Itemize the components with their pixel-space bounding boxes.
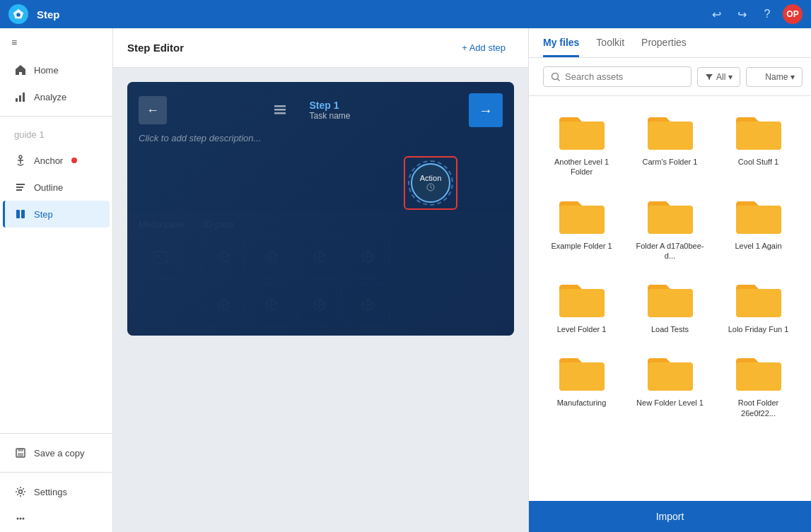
action-label: Action: [420, 174, 442, 182]
svg-rect-8: [16, 210, 20, 218]
app-logo: [8, 4, 28, 24]
sidebar-item-outline[interactable]: Outline: [3, 174, 110, 201]
step-info: Step 1 Task name: [309, 100, 350, 121]
anchor-icon: [14, 154, 27, 167]
file-grid: Another Level 1 Folder Carm's Folder 1 C…: [529, 96, 811, 501]
sidebar-item-settings-label: Settings: [34, 487, 67, 497]
folder-item[interactable]: Example Folder 1: [540, 189, 623, 267]
filter-icon: [705, 73, 713, 81]
folder-icon: [556, 194, 607, 237]
analyze-icon: [14, 90, 27, 103]
folder-item[interactable]: Root Folder 26e0f22...: [717, 345, 800, 424]
folder-icon: [645, 278, 696, 320]
folder-item[interactable]: New Folder Level 1: [629, 345, 711, 424]
sidebar-item-step[interactable]: Step: [3, 201, 110, 227]
folder-item[interactable]: Level Folder 1: [540, 272, 623, 340]
sort-button[interactable]: Name ▾: [746, 67, 803, 87]
sidebar-divider-2: [0, 433, 112, 434]
sidebar-item-anchor[interactable]: Anchor: [3, 147, 110, 174]
svg-point-4: [19, 155, 22, 158]
help-icon[interactable]: ?: [757, 4, 777, 24]
folder-item[interactable]: Manufacturing: [540, 345, 623, 424]
sidebar-divider-1: [0, 116, 112, 117]
step-description[interactable]: Click to add step description...: [127, 133, 514, 155]
folder-item[interactable]: Folder A d17a0bee-d...: [629, 189, 711, 267]
svg-rect-6: [16, 187, 23, 188]
search-bar-row: All ▾ Name ▾: [529, 58, 811, 96]
step-card-content: ← Step 1 Task name → Click to a: [127, 82, 514, 211]
folder-item[interactable]: Cool Stuff 1: [717, 105, 800, 183]
tab-toolkit[interactable]: Toolkit: [596, 37, 624, 57]
main-layout: ≡ Home Analyze guide 1 Anchor: [0, 28, 811, 532]
sidebar-item-save-copy[interactable]: Save a copy: [3, 439, 110, 466]
undo-icon[interactable]: ↩: [706, 4, 726, 24]
step-card-header: ← Step 1 Task name →: [127, 82, 514, 133]
sort-icon: [754, 73, 762, 81]
menu-toggle[interactable]: ≡: [0, 28, 112, 57]
sidebar-item-home[interactable]: Home: [3, 57, 110, 83]
folder-item[interactable]: Level 1 Again: [717, 189, 800, 267]
svg-point-15: [20, 518, 22, 520]
action-button-container: Action: [404, 156, 457, 210]
tab-my-files[interactable]: My files: [543, 37, 579, 57]
search-input-wrapper: [543, 66, 692, 87]
folder-name: Level 1 Again: [735, 241, 781, 251]
folder-icon: [733, 110, 784, 153]
editor-header: Step Editor + Add step: [113, 28, 528, 68]
anchor-notification-dot: [71, 158, 77, 163]
step-task-name: Task name: [309, 111, 350, 121]
save-copy-label: Save a copy: [34, 448, 85, 459]
sidebar-item-home-label: Home: [34, 65, 59, 76]
folder-icon: [733, 278, 784, 320]
step-number: Step 1: [309, 100, 350, 111]
step-next-button[interactable]: →: [469, 93, 503, 127]
sidebar-item-more[interactable]: [3, 505, 110, 532]
step-card: ← Step 1 Task name → Click to a: [127, 82, 514, 336]
svg-point-13: [19, 490, 23, 494]
step-editor-area: ← Step 1 Task name → Click to a: [113, 68, 528, 532]
svg-point-23: [552, 73, 559, 79]
folder-item[interactable]: Another Level 1 Folder: [540, 105, 623, 183]
folder-item[interactable]: Carm's Folder 1: [629, 105, 711, 183]
folder-name: Cool Stuff 1: [738, 157, 778, 167]
topbar: Step ↩ ↪ ? OP: [0, 0, 811, 28]
settings-icon: [14, 485, 27, 498]
search-icon: [551, 72, 561, 82]
filter-button[interactable]: All ▾: [697, 67, 740, 87]
sidebar-item-guide: guide 1: [3, 122, 110, 147]
folder-name: Folder A d17a0bee-d...: [635, 241, 706, 261]
folder-name: Carm's Folder 1: [643, 157, 698, 167]
folder-item[interactable]: Lolo Friday Fun 1: [717, 272, 800, 340]
svg-point-0: [16, 13, 20, 16]
folder-item[interactable]: Load Tests: [629, 272, 711, 340]
outline-icon: [14, 181, 27, 194]
svg-rect-5: [16, 184, 25, 185]
tab-properties[interactable]: Properties: [641, 37, 687, 57]
step-back-button[interactable]: ←: [139, 96, 167, 124]
folder-icon: [645, 194, 696, 237]
home-icon: [14, 64, 27, 76]
import-button[interactable]: Import: [529, 501, 811, 532]
search-input[interactable]: [565, 71, 684, 82]
folder-icon: [645, 110, 696, 153]
folder-icon: [733, 194, 784, 237]
sidebar-item-outline-label: Outline: [34, 182, 63, 193]
sidebar-item-settings[interactable]: Settings: [3, 478, 110, 505]
folder-name: Example Folder 1: [551, 241, 612, 251]
sidebar-item-analyze[interactable]: Analyze: [3, 83, 110, 110]
folder-icon: [556, 110, 607, 153]
step-list-icon: [274, 103, 286, 118]
folder-icon: [733, 351, 784, 394]
svg-point-14: [17, 518, 19, 520]
svg-rect-17: [274, 105, 286, 107]
redo-icon[interactable]: ↪: [732, 4, 752, 24]
center-content: Step Editor + Add step ← St: [113, 28, 528, 532]
svg-point-16: [23, 518, 25, 520]
user-avatar[interactable]: OP: [783, 4, 803, 24]
sidebar-divider-3: [0, 472, 112, 473]
svg-rect-7: [16, 189, 22, 191]
action-button[interactable]: Action: [411, 163, 450, 203]
topbar-actions: ↩ ↪ ? OP: [706, 4, 803, 24]
add-step-button[interactable]: + Add step: [453, 38, 514, 57]
folder-name: Lolo Friday Fun 1: [728, 324, 789, 334]
